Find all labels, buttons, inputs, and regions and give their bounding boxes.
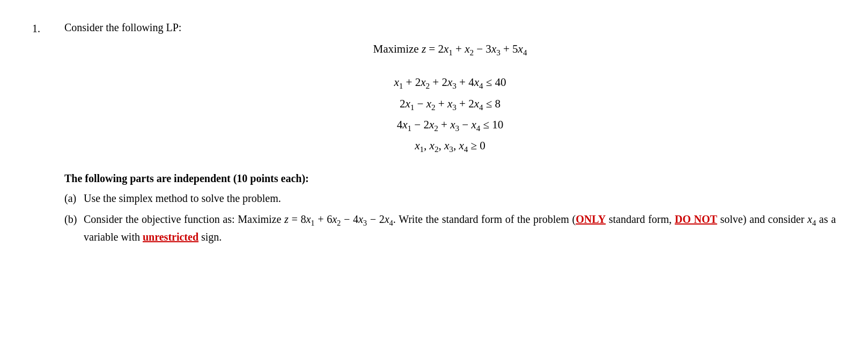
parts-intro: The following parts are independent (10 … — [64, 172, 836, 185]
part-a-label: (a) — [64, 190, 84, 207]
constraints-block: x1 + 2x2 + 2x3 + 4x4 ≤ 40 2x1 − x2 + x3 … — [64, 73, 836, 157]
part-b-label: (b) — [64, 211, 84, 245]
do-not-highlight: DO NOT — [675, 213, 717, 225]
constraint-1: x1 + 2x2 + 2x3 + 4x4 ≤ 40 — [64, 73, 836, 93]
problem-content: Consider the following LP: Maximize z = … — [64, 21, 836, 250]
constraint-3: 4x1 − 2x2 + x3 − x4 ≤ 10 — [64, 115, 836, 136]
intro-text: Consider the following LP: — [64, 21, 836, 34]
problem-number: 1. — [32, 21, 64, 250]
problem-container: 1. Consider the following LP: Maximize z… — [32, 21, 836, 250]
objective-function: Maximize z = 2x1 + x2 − 3x3 + 5x4 — [64, 42, 836, 57]
part-a: (a) Use the simplex method to solve the … — [64, 190, 836, 207]
part-b: (b) Consider the objective function as: … — [64, 211, 836, 245]
part-a-text: Use the simplex method to solve the prob… — [84, 190, 836, 207]
only-highlight: ONLY — [576, 213, 606, 225]
constraint-4: x1, x2, x3, x4 ≥ 0 — [64, 136, 836, 157]
constraint-2: 2x1 − x2 + x3 + 2x4 ≤ 8 — [64, 94, 836, 115]
part-b-text: Consider the objective function as: Maxi… — [84, 211, 836, 245]
unrestricted-highlight: unrestricted — [143, 231, 198, 243]
